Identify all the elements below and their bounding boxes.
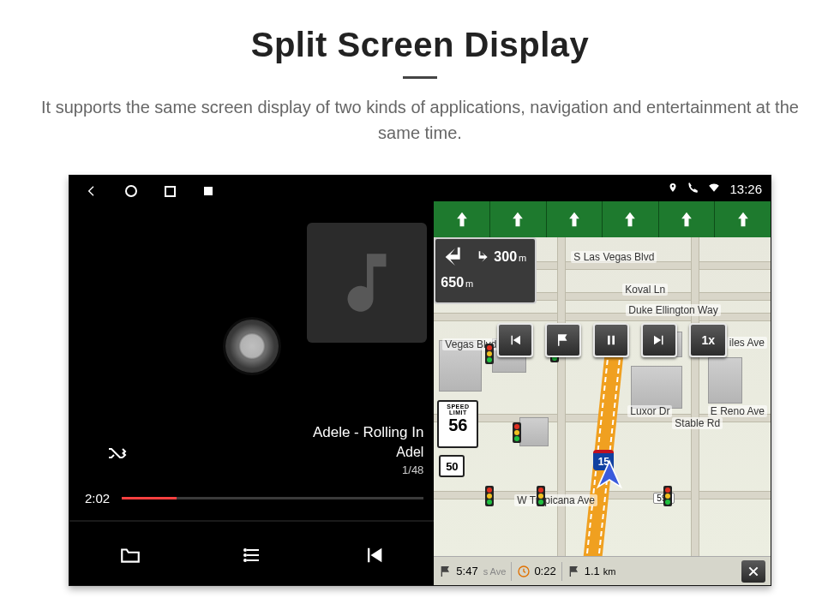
android-statusbar: [69, 176, 434, 210]
traffic-light-icon: [513, 422, 521, 443]
previous-track-button[interactable]: [362, 543, 386, 571]
eta-value: 5:47: [456, 565, 477, 577]
road-label: E Reno Ave: [708, 405, 767, 417]
svg-point-4: [244, 554, 246, 556]
screenshot-icon[interactable]: [202, 185, 214, 200]
street-fragment: s Ave: [483, 566, 507, 577]
media-app: Adele - Rolling In Adel 1/48 2:02: [69, 176, 434, 585]
road-label: Luxor Dr: [627, 405, 672, 417]
sim-next-button[interactable]: [641, 323, 677, 357]
speed-limit-label: SPEED LIMIT: [439, 404, 477, 416]
elapsed-time: 2:02: [85, 491, 110, 505]
navigation-app: 13:26: [434, 176, 771, 585]
close-button[interactable]: [741, 560, 765, 583]
recents-icon[interactable]: [164, 185, 177, 201]
nav-statusbar: 13:26: [434, 176, 771, 201]
speed-limit-value: 56: [439, 416, 477, 435]
location-icon: [668, 182, 678, 196]
eta-segment: 5:47: [439, 565, 477, 578]
playlist-button[interactable]: [240, 545, 266, 569]
svg-point-0: [126, 186, 136, 196]
turn-callout: 300 m 650 m: [434, 237, 537, 304]
road-label: S Las Vegas Blvd: [571, 251, 657, 263]
shuffle-button[interactable]: [104, 443, 129, 467]
track-info: Adele - Rolling In Adel 1/48: [313, 424, 423, 476]
music-note-icon: [328, 244, 405, 321]
svg-rect-1: [165, 187, 175, 196]
lane-arrow: [603, 201, 659, 237]
road-label: iles Ave: [727, 337, 767, 349]
record-disc-icon[interactable]: [225, 320, 279, 373]
highway-route: [584, 323, 627, 556]
home-icon[interactable]: [124, 184, 138, 201]
sim-flag-button[interactable]: [545, 323, 581, 357]
turn2-unit: m: [465, 278, 473, 289]
svg-point-5: [244, 559, 246, 561]
svg-rect-2: [204, 187, 213, 195]
turn2-distance: 650: [441, 275, 464, 290]
album-art-placeholder: [307, 223, 427, 343]
track-title: Adele - Rolling In: [313, 424, 423, 441]
route-shield: 50: [439, 455, 465, 477]
device-frame: Adele - Rolling In Adel 1/48 2:02: [69, 175, 771, 586]
duration-value: 0:22: [534, 565, 555, 577]
duration-segment: 0:22: [517, 565, 555, 578]
flag-icon: [439, 565, 453, 578]
nav-bottom-bar: 5:47 s Ave 0:22 1.1 km: [434, 556, 771, 585]
distance-segment: 1.1 km: [567, 565, 616, 578]
media-controls: [69, 529, 434, 585]
progress-fill: [122, 497, 176, 499]
lane-guidance: [434, 201, 771, 237]
flag-icon: [567, 565, 581, 578]
sim-speed-button[interactable]: 1x: [689, 323, 727, 357]
distance-unit: km: [603, 566, 616, 577]
lane-arrow: [659, 201, 716, 237]
sim-pause-button[interactable]: [593, 323, 629, 357]
road-label: Stable Rd: [672, 417, 723, 429]
road-label: Duke Ellington Way: [626, 304, 720, 316]
turn1-unit: m: [519, 253, 526, 263]
speed-limit-sign: SPEED LIMIT 56: [437, 400, 478, 448]
svg-point-3: [244, 549, 246, 551]
page-title: Split Screen Display: [251, 26, 590, 64]
progress-row: 2:02: [85, 491, 423, 505]
traffic-light-icon: [485, 486, 494, 506]
back-icon[interactable]: [85, 184, 99, 201]
lane-arrow: [490, 201, 547, 237]
lane-arrow: [715, 201, 771, 237]
folder-button[interactable]: [117, 544, 143, 570]
track-artist: Adel: [313, 445, 423, 460]
traffic-light-icon: [537, 486, 545, 506]
turn1-distance: 300: [494, 249, 517, 265]
divider: [69, 520, 434, 522]
map-canvas[interactable]: S Las Vegas Blvd Koval Ln Duke Ellington…: [434, 237, 771, 556]
traffic-light-icon: [485, 344, 494, 364]
lane-arrow: [547, 201, 603, 237]
track-counter: 1/48: [313, 463, 423, 476]
title-underline: [403, 76, 437, 79]
clock-time: 13:26: [729, 182, 762, 196]
turn-right-icon: [473, 248, 490, 266]
progress-bar[interactable]: [122, 497, 423, 499]
distance-value: 1.1: [585, 565, 600, 577]
sim-prev-button[interactable]: [497, 323, 533, 357]
wifi-icon: [707, 182, 721, 196]
clock-icon: [517, 565, 531, 578]
traffic-light-icon: [663, 486, 672, 506]
lane-arrow: [434, 201, 490, 237]
phone-icon: [687, 182, 699, 196]
page-subtitle: It supports the same screen display of t…: [34, 94, 806, 146]
turn-left-icon: [441, 242, 470, 272]
road-label: Koval Ln: [622, 284, 668, 296]
current-position-icon: [592, 458, 627, 496]
road-label: W Tropicana Ave: [514, 494, 597, 506]
